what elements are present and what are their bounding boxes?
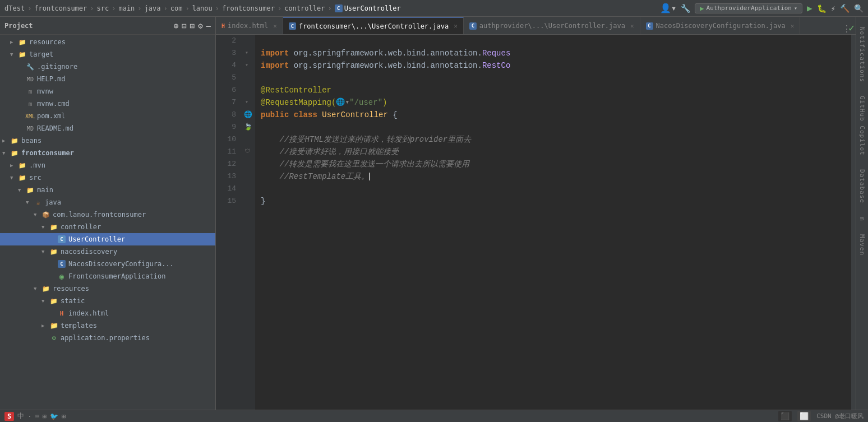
- breadcrumb-module[interactable]: frontconsumer: [34, 4, 87, 12]
- tree-label: NacosDiscoveryConfigura...: [68, 260, 174, 268]
- ime-apps[interactable]: ⊞: [62, 412, 66, 420]
- panel-tab-maven[interactable]: Maven: [857, 230, 867, 260]
- breadcrumb-com[interactable]: com: [170, 4, 183, 12]
- code-content[interactable]: import org.springframework.web.bind.anno…: [255, 35, 851, 410]
- layout-icon[interactable]: ⊟: [182, 21, 186, 30]
- tree-label: nacosdiscovery: [61, 248, 117, 256]
- tab-close-button[interactable]: ✕: [791, 23, 795, 29]
- run-config-name: AuthproviderApplication: [707, 4, 792, 12]
- line-numbers: 2 3 4 5 6 7 8 9 10 11 12 13 14 15: [216, 35, 244, 410]
- status-bar: S 中 · ⌨ ⊞ 🐦 ⊞ ⬛ ⬜ CSDN @老口暖风: [0, 410, 868, 422]
- breadcrumb-java[interactable]: java: [145, 4, 161, 12]
- tab-authprovider-usercontroller[interactable]: C authprovider\...\UserController.java ✕: [464, 17, 640, 34]
- tab-nacos[interactable]: C NacosDiscoveryConfiguration.java ✕: [640, 17, 801, 34]
- status-right: ⬛ ⬜ CSDN @老口暖风: [778, 411, 864, 421]
- tree-label: mvnw: [37, 87, 53, 95]
- breadcrumb-project[interactable]: dTest: [4, 4, 25, 12]
- breadcrumb-frontconsumer[interactable]: frontconsumer: [222, 4, 275, 12]
- text-cursor: [369, 173, 370, 180]
- panel-tab-notifications[interactable]: Notifications: [857, 22, 867, 87]
- tree-item-static[interactable]: ▼ 📁 static: [0, 295, 215, 307]
- tree-item-src[interactable]: ▼ 📁 src: [0, 171, 215, 184]
- panel-tab-m[interactable]: m: [857, 212, 867, 226]
- tree-item-appprops[interactable]: ⚙ application.properties: [0, 332, 215, 344]
- brace: {: [388, 109, 398, 121]
- build-icon[interactable]: 🔨: [840, 4, 849, 13]
- breadcrumb-controller[interactable]: controller: [284, 4, 325, 12]
- tab-bar: H index.html ✕ C frontconsumer\...\UserC…: [216, 17, 856, 35]
- tree-label: resources: [53, 285, 89, 293]
- panel-tab-copilot[interactable]: GitHub Copilot: [857, 91, 867, 160]
- tree-item-nacos-config[interactable]: C NacosDiscoveryConfigura...: [0, 258, 215, 270]
- tree-item-beans[interactable]: ▶ 📁 beans: [0, 135, 215, 147]
- settings-icon[interactable]: ⚙: [198, 21, 202, 30]
- tab-close-button[interactable]: ✕: [630, 23, 634, 29]
- breadcrumb-lanou[interactable]: lanou: [192, 4, 213, 12]
- debug-button[interactable]: 🐛: [817, 4, 827, 13]
- coverage-button[interactable]: ⚡: [831, 4, 835, 13]
- tree-item-usercontroller[interactable]: C UserController: [0, 233, 215, 245]
- tree-item-gitignore[interactable]: 🔧 .gitignore: [0, 61, 215, 73]
- add-icon[interactable]: ⊕: [174, 21, 178, 30]
- tab-usercontroller[interactable]: C frontconsumer\...\UserController.java …: [283, 17, 464, 34]
- run-config-selector[interactable]: ▶ AuthproviderApplication ▾: [695, 3, 802, 13]
- tree-item-nacosdiscovery[interactable]: ▼ 📁 nacosdiscovery: [0, 245, 215, 258]
- tree-label: main: [37, 186, 53, 194]
- tree-item-templates[interactable]: ▶ 📁 templates: [0, 319, 215, 332]
- tree-label: pom.xml: [37, 112, 66, 120]
- ime-icon[interactable]: S: [4, 412, 14, 421]
- tab-close-button[interactable]: ✕: [454, 23, 458, 29]
- tree-item-mvnw[interactable]: m mvnw: [0, 85, 215, 98]
- tree-item-pomxml[interactable]: XML pom.xml: [0, 110, 215, 122]
- tree-item-controller[interactable]: ▼ 📁 controller: [0, 221, 215, 233]
- class-icon: C: [289, 22, 296, 30]
- ime-dot[interactable]: ·: [27, 412, 31, 420]
- breadcrumb-src[interactable]: src: [97, 4, 109, 12]
- ime-grid[interactable]: ⊞: [43, 412, 47, 420]
- globe-icon: 🌐▾: [336, 96, 349, 109]
- tree-item-indexhtml[interactable]: H index.html: [0, 307, 215, 319]
- close-sidebar-icon[interactable]: —: [206, 21, 211, 30]
- ime-keyboard[interactable]: ⌨: [35, 412, 39, 420]
- profile-icon[interactable]: 👤▾: [660, 3, 677, 13]
- breadcrumb-class[interactable]: C UserController: [335, 4, 401, 12]
- code-line-7: @RequestMapping(🌐▾"/user"): [261, 96, 851, 109]
- run-button[interactable]: ▶: [807, 3, 812, 13]
- tree-item-frontconsumer[interactable]: ▼ 📁 frontconsumer: [0, 147, 215, 159]
- code-line-5: [261, 72, 851, 84]
- tree-item-mvn[interactable]: ▶ 📁 .mvn: [0, 159, 215, 171]
- tree-item-main[interactable]: ▼ 📁 main: [0, 184, 215, 196]
- tree-arrow: ▼: [26, 200, 34, 205]
- tab-close-button[interactable]: ✕: [273, 23, 277, 29]
- tab-indexhtml[interactable]: H index.html ✕: [216, 17, 283, 34]
- tree-item-resources[interactable]: ▶ 📁 resources: [0, 36, 215, 48]
- code-line-6: @RestController: [261, 84, 851, 96]
- tree-item-resources2[interactable]: ▼ 📁 resources: [0, 282, 215, 295]
- tree-item-target[interactable]: ▼ 📁 target: [0, 48, 215, 61]
- folder-icon: 📁: [49, 222, 58, 231]
- terminal-icon[interactable]: ⬛: [778, 411, 792, 421]
- code-line-11: //接受请求好说，用接口就能接受: [261, 146, 851, 158]
- search-icon[interactable]: 🔍: [854, 4, 864, 13]
- tree-arrow: ▶: [10, 163, 18, 168]
- right-panel: Notifications GitHub Copilot Database m …: [856, 17, 868, 410]
- breadcrumb-main[interactable]: main: [118, 4, 135, 12]
- tree-item-readme[interactable]: MD README.md: [0, 122, 215, 135]
- file-icon: 🔧: [26, 62, 35, 71]
- ime-bird[interactable]: 🐦: [50, 412, 58, 420]
- tree-arrow: ▼: [18, 187, 26, 193]
- vertical-scrollbar[interactable]: [851, 35, 856, 410]
- ide-icon[interactable]: ⬜: [797, 411, 811, 421]
- tree-item-pkg[interactable]: ▼ 📦 com.lanou.frontconsumer: [0, 208, 215, 221]
- run-config-arrow: ▾: [794, 5, 797, 11]
- tree-item-helpmd[interactable]: MD HELP.md: [0, 73, 215, 85]
- ime-chinese-label[interactable]: 中: [17, 411, 24, 421]
- tree-item-java[interactable]: ▼ ☕ java: [0, 196, 215, 208]
- settings-icon[interactable]: 🔧: [681, 4, 690, 13]
- collapse-icon[interactable]: ⊞: [190, 21, 195, 30]
- tree-item-frontconsumer-app[interactable]: ◉ FrontconsumerApplication: [0, 270, 215, 282]
- sidebar-title: Project: [4, 22, 174, 30]
- tree-item-mvnwcmd[interactable]: m mvnw.cmd: [0, 98, 215, 110]
- tab-label: NacosDiscoveryConfiguration.java: [656, 22, 786, 30]
- panel-tab-database[interactable]: Database: [857, 165, 867, 208]
